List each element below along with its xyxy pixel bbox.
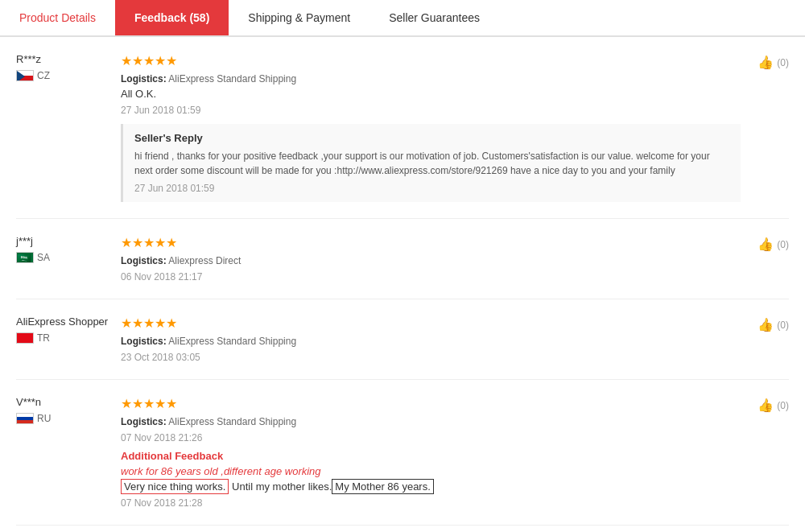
review-text: All O.K. bbox=[121, 88, 741, 100]
reviewer-info: AliExpress Shopper TR bbox=[16, 315, 121, 344]
review-content: ★★★★★ Logistics: AliExpress Standard Shi… bbox=[121, 53, 789, 202]
thumb-up-icon: 👍 bbox=[758, 398, 774, 413]
review-item: R***z CZ ★★★★★ Logistics: AliExpress Sta… bbox=[16, 37, 789, 219]
thumb-up-icon: 👍 bbox=[758, 317, 774, 332]
logistics-info: Logistics: AliExpress Standard Shipping bbox=[121, 336, 741, 347]
flag-icon bbox=[16, 332, 34, 344]
flag-icon bbox=[16, 413, 34, 424]
country-flag: SA bbox=[16, 252, 121, 263]
reviewer-info: j***j SA bbox=[16, 235, 121, 263]
reviewer-name: V***n bbox=[16, 396, 121, 408]
country-code: SA bbox=[37, 252, 50, 263]
additional-feedback-note: work for 86 years old ,different age wor… bbox=[121, 465, 741, 477]
star-rating: ★★★★★ bbox=[121, 235, 741, 250]
logistics-label: Logistics: bbox=[121, 255, 167, 266]
helpful-button[interactable]: 👍 (0) bbox=[758, 55, 789, 70]
star-rating: ★★★★★ bbox=[121, 315, 741, 331]
review-item: AliExpress Shopper TR ★★★★★ Logistics: A… bbox=[16, 299, 789, 380]
tabs-bar: Product Details Feedback (58) Shipping &… bbox=[0, 0, 805, 37]
seller-reply-title: Seller's Reply bbox=[134, 132, 729, 144]
reviewer-name: R***z bbox=[16, 53, 121, 65]
reviewer-name: AliExpress Shopper bbox=[16, 315, 121, 328]
review-content: ★★★★★ Logistics: Aliexpress Direct 06 No… bbox=[121, 235, 789, 282]
review-date: 23 Oct 2018 03:05 bbox=[121, 352, 741, 363]
logistics-label: Logistics: bbox=[121, 416, 167, 427]
flag-icon bbox=[16, 70, 34, 81]
country-flag: RU bbox=[16, 413, 121, 424]
seller-reply-text: hi friend , thanks for your positive fee… bbox=[134, 149, 729, 178]
logistics-info: Logistics: AliExpress Standard Shipping bbox=[121, 73, 741, 85]
review-date: 27 Jun 2018 01:59 bbox=[121, 105, 741, 116]
seller-reply-box: Seller's Reply hi friend , thanks for yo… bbox=[121, 124, 741, 202]
additional-feedback-text: Very nice thing works. Until my mother l… bbox=[121, 480, 741, 493]
country-flag: TR bbox=[16, 332, 121, 344]
logistics-info: Logistics: AliExpress Standard Shipping bbox=[121, 416, 741, 427]
country-code: RU bbox=[37, 413, 51, 424]
logistics-value: AliExpress Standard Shipping bbox=[168, 336, 296, 347]
star-rating: ★★★★★ bbox=[121, 53, 741, 68]
helpful-button[interactable]: 👍 (0) bbox=[758, 317, 789, 332]
logistics-value: AliExpress Standard Shipping bbox=[168, 416, 296, 427]
helpful-count: (0) bbox=[777, 239, 789, 250]
helpful-button[interactable]: 👍 (0) bbox=[758, 237, 789, 252]
reviews-container: R***z CZ ★★★★★ Logistics: AliExpress Sta… bbox=[0, 37, 805, 526]
reviewer-info: R***z CZ bbox=[16, 53, 121, 81]
country-code: TR bbox=[37, 332, 50, 344]
review-date: 07 Nov 2018 21:26 bbox=[121, 432, 741, 443]
review-date: 06 Nov 2018 21:17 bbox=[121, 271, 741, 282]
additional-feedback-date: 07 Nov 2018 21:28 bbox=[121, 497, 741, 509]
country-flag: CZ bbox=[16, 70, 121, 81]
highlighted-text-1: Very nice thing works. bbox=[121, 479, 229, 494]
thumb-up-icon: 👍 bbox=[758, 237, 774, 252]
tab-product-details[interactable]: Product Details bbox=[0, 0, 115, 35]
tab-feedback[interactable]: Feedback (58) bbox=[115, 0, 229, 35]
helpful-count: (0) bbox=[777, 57, 789, 68]
review-item: V***n RU ★★★★★ Logistics: AliExpress Sta… bbox=[16, 380, 789, 526]
star-rating: ★★★★★ bbox=[121, 396, 741, 411]
helpful-count: (0) bbox=[777, 400, 789, 411]
logistics-value: AliExpress Standard Shipping bbox=[168, 73, 296, 85]
thumb-up-icon: 👍 bbox=[758, 55, 774, 70]
flag-icon bbox=[16, 252, 34, 263]
review-item: j***j SA ★★★★★ Logistics: Aliexpress Dir… bbox=[16, 219, 789, 299]
logistics-label: Logistics: bbox=[121, 336, 167, 347]
tab-shipping-payment[interactable]: Shipping & Payment bbox=[229, 0, 369, 35]
country-code: CZ bbox=[37, 70, 50, 81]
middle-text: Until my mother likes. bbox=[229, 480, 332, 493]
review-content: ★★★★★ Logistics: AliExpress Standard Shi… bbox=[121, 315, 789, 363]
reviewer-name: j***j bbox=[16, 235, 121, 247]
additional-feedback-label: Additional Feedback bbox=[121, 450, 741, 462]
logistics-value: Aliexpress Direct bbox=[168, 255, 241, 266]
tab-seller-guarantees[interactable]: Seller Guarantees bbox=[369, 0, 499, 35]
helpful-count: (0) bbox=[777, 320, 789, 331]
seller-reply-date: 27 Jun 2018 01:59 bbox=[134, 183, 729, 194]
logistics-info: Logistics: Aliexpress Direct bbox=[121, 255, 741, 266]
review-content: ★★★★★ Logistics: AliExpress Standard Shi… bbox=[121, 396, 789, 509]
highlighted-text-2: My Mother 86 years. bbox=[332, 479, 434, 494]
reviewer-info: V***n RU bbox=[16, 396, 121, 424]
logistics-label: Logistics: bbox=[121, 73, 167, 85]
helpful-button[interactable]: 👍 (0) bbox=[758, 398, 789, 413]
